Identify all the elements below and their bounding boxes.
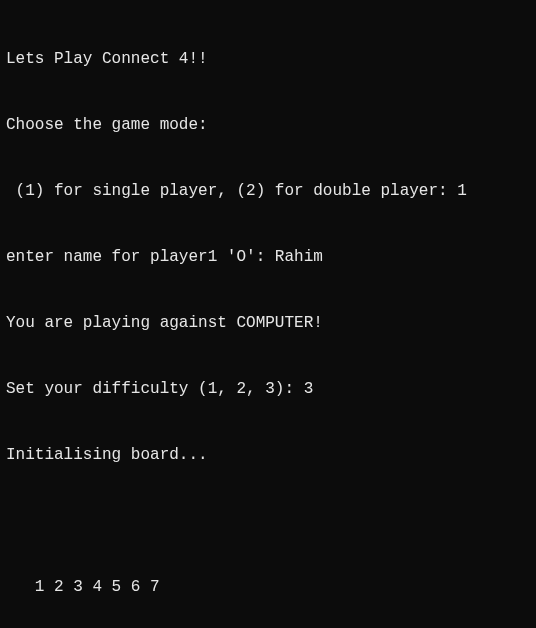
choose-mode-label: Choose the game mode: [6, 114, 530, 136]
mode-prompt-text: (1) for single player, (2) for double pl… [6, 182, 457, 200]
opponent-line: You are playing against COMPUTER! [6, 312, 530, 334]
name-prompt-text: enter name for player1 'O': [6, 248, 275, 266]
blank-line-1 [6, 510, 530, 532]
board-header: 1 2 3 4 5 6 7 [6, 576, 530, 598]
mode-prompt-line: (1) for single player, (2) for double pl… [6, 180, 530, 202]
mode-input-value[interactable]: 1 [457, 182, 467, 200]
init-line: Initialising board... [6, 444, 530, 466]
title-line: Lets Play Connect 4!! [6, 48, 530, 70]
name-input-value[interactable]: Rahim [275, 248, 323, 266]
terminal-window: Lets Play Connect 4!! Choose the game mo… [0, 0, 536, 628]
difficulty-input-value[interactable]: 3 [304, 380, 314, 398]
difficulty-prompt-text: Set your difficulty (1, 2, 3): [6, 380, 304, 398]
name-prompt-line: enter name for player1 'O': Rahim [6, 246, 530, 268]
difficulty-prompt-line: Set your difficulty (1, 2, 3): 3 [6, 378, 530, 400]
